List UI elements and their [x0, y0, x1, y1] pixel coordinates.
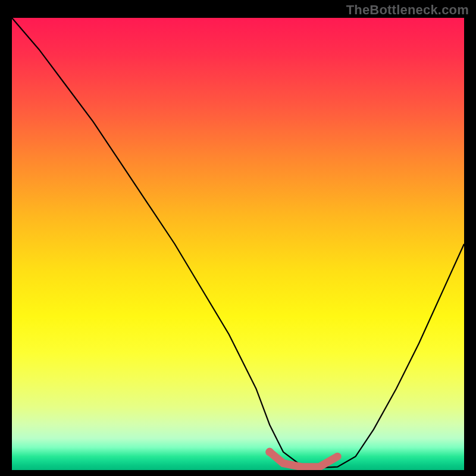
- highlight-dot: [265, 448, 274, 456]
- plot-area: [12, 18, 464, 470]
- highlight-segment: [270, 452, 337, 467]
- watermark-text: TheBottleneck.com: [346, 2, 469, 18]
- chart-frame: TheBottleneck.com: [0, 0, 476, 476]
- bottleneck-curve: [12, 18, 464, 468]
- curve-layer: [12, 18, 464, 470]
